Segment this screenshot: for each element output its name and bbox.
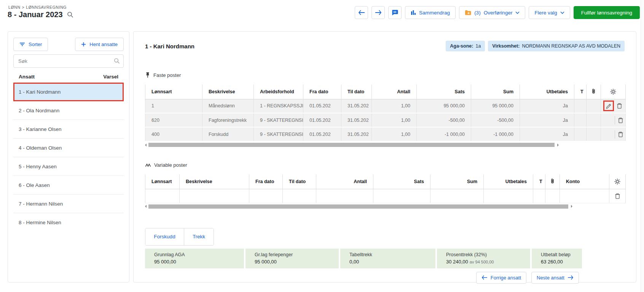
col-sum: Sum	[430, 174, 484, 189]
edit-annotation-highlight	[603, 101, 614, 111]
employee-item-selected[interactable]: 1 - Kari Nordmann	[13, 83, 124, 101]
column-settings-gear-icon[interactable]	[609, 88, 617, 96]
period-search-icon[interactable]	[67, 11, 73, 18]
scroll-right-arrow-icon[interactable]	[557, 144, 559, 147]
edit-pencil-icon[interactable]	[605, 102, 612, 110]
scroll-left-arrow-icon[interactable]	[145, 205, 147, 208]
summary-card-prosenttrekk: Prosenttrekk (32%) 30 240,00av 94 500,00	[437, 249, 530, 268]
previous-employee-label: Forrige ansatt	[491, 275, 521, 281]
col-sats: Sats	[417, 85, 471, 99]
column-varsel: Varsel	[103, 74, 118, 80]
employee-sidebar: Sorter Hent ansatte Ansatt Varsel 1 - Ka…	[8, 31, 129, 282]
post-type-tabs: Forskudd Trekk	[145, 228, 214, 246]
col-antall: Antall	[316, 174, 373, 189]
browser-scrollbar[interactable]	[641, 0, 644, 292]
col-til-dato: Til dato	[341, 85, 372, 99]
chevron-down-icon	[515, 11, 520, 14]
delete-trash-icon[interactable]	[617, 131, 624, 138]
employee-item[interactable]: 8 - Hermine Nilsen	[13, 213, 124, 232]
comments-button[interactable]	[388, 6, 402, 19]
aga-zone-label: Aga-sone:	[450, 43, 473, 49]
employee-label: 4 - Oldeman Olsen	[19, 145, 62, 151]
employee-label: 7 - Hermann Nilsen	[19, 201, 63, 207]
col-sats: Sats	[373, 174, 430, 189]
prosenttrekk-basis: av 94 500,00	[470, 260, 494, 264]
sort-button-label: Sorter	[29, 41, 42, 47]
variable-post-empty-row	[145, 189, 626, 203]
summary-card-utbetalt: Utbetalt beløp 63 260,00	[532, 249, 582, 268]
company-value: NORDMANN REGNSKAP AS AVD MODALEN	[522, 43, 620, 49]
more-options-button[interactable]: Flere valg	[529, 6, 570, 19]
next-employee-button[interactable]: Neste ansatt	[531, 272, 579, 284]
col-antall: Antall	[372, 85, 417, 99]
previous-employee-button[interactable]: Forrige ansatt	[476, 272, 526, 284]
column-settings-gear-icon[interactable]	[614, 178, 621, 185]
fetch-employees-label: Hent ansatte	[89, 41, 118, 47]
employee-item[interactable]: 2 - Ola Nordmann	[13, 101, 124, 120]
col-konto: Konto	[560, 174, 609, 189]
complete-payroll-button[interactable]: Fullfør lønnsavregning	[574, 6, 640, 19]
payroll-detail-panel: 1 - Kari Nordmann Aga-sone: 1a Virksomhe…	[133, 31, 636, 282]
variable-posts-scrollbar[interactable]	[145, 204, 572, 209]
delete-trash-icon[interactable]	[616, 102, 623, 110]
tab-forskudd[interactable]: Forskudd	[145, 228, 184, 245]
employee-label: 6 - Ole Aasen	[19, 182, 50, 188]
chat-icon	[392, 10, 398, 16]
col-utbetales: Utbetales	[484, 174, 533, 189]
breadcrumb-lonn[interactable]: LØNN	[8, 5, 21, 10]
aga-zone-value: 1a	[475, 43, 481, 49]
delete-trash-icon[interactable]	[614, 192, 621, 200]
variable-posts-section-title: Variable poster	[145, 162, 625, 168]
scrollbar-thumb[interactable]	[148, 143, 555, 147]
double-chevron-up-icon	[145, 163, 151, 167]
breadcrumb: LØNN>LØNNSAVREGNING	[8, 5, 67, 10]
sort-button[interactable]: Sorter	[13, 38, 48, 51]
summary-card-feriepenger: Gr.lag feriepenger 95 000,00	[245, 249, 339, 268]
breadcrumb-lonnsavregning[interactable]: LØNNSAVREGNING	[26, 5, 67, 10]
tab-trekk[interactable]: Trekk	[184, 228, 214, 245]
fixed-posts-table: Lønnsart Beskrivelse Arbeidsforhold Fra …	[145, 85, 626, 142]
column-ansatt: Ansatt	[19, 74, 35, 80]
summary-card-grunnlag-aga: Grunnlag AGA 95 000,00	[145, 249, 244, 268]
fixed-posts-scrollbar[interactable]	[145, 142, 559, 147]
col-lonnsart: Lønnsart	[145, 174, 180, 189]
arrow-right-icon	[375, 10, 382, 15]
paperclip-icon	[550, 178, 555, 184]
fixed-post-row: 1 Månedslønn 1 - REGNSKAPSSJI 01.05.202 …	[145, 99, 626, 113]
delete-trash-icon[interactable]	[617, 116, 624, 124]
employee-label: 1 - Kari Nordmann	[19, 89, 61, 95]
variable-posts-table: Lønnsart Beskrivelse Fra dato Til dato A…	[145, 174, 626, 203]
fixed-posts-section-title: Faste poster	[145, 72, 625, 78]
variable-posts-header-row: Lønnsart Beskrivelse Fra dato Til dato A…	[145, 174, 626, 189]
employee-item[interactable]: 3 - Karianne Olsen	[13, 120, 124, 139]
col-beskrivelse: Beskrivelse	[202, 85, 254, 99]
employee-list: 1 - Kari Nordmann 2 - Ola Nordmann 3 - K…	[13, 83, 124, 232]
transfers-button-label: Overføringer	[484, 10, 513, 16]
employee-item[interactable]: 7 - Hermann Nilsen	[13, 195, 124, 213]
scrollbar-thumb[interactable]	[148, 204, 568, 209]
employee-item[interactable]: 4 - Oldeman Olsen	[13, 139, 124, 157]
scroll-right-arrow-icon[interactable]	[571, 205, 572, 208]
fixed-posts-header-row: Lønnsart Beskrivelse Arbeidsforhold Fra …	[145, 85, 626, 99]
next-period-button[interactable]	[371, 6, 385, 19]
fixed-post-row: 400 Forskudd 9 - SKATTEREGNSI 01.05.202 …	[145, 127, 626, 141]
variable-posts-title: Variable poster	[154, 162, 187, 168]
summary-row: Grunnlag AGA 95 000,00 Gr.lag feriepenge…	[145, 249, 625, 268]
employee-nav: Forrige ansatt Neste ansatt	[145, 272, 625, 284]
col-beskrivelse: Beskrivelse	[180, 174, 249, 189]
chevron-down-icon	[560, 11, 564, 14]
company-label: Virksomhet:	[492, 43, 520, 49]
col-utbetales: Utbetales	[520, 85, 574, 99]
transfers-button[interactable]: (3) Overføringer	[459, 6, 525, 19]
breadcrumb-separator: >	[22, 5, 25, 10]
employee-search-input[interactable]	[13, 54, 124, 68]
scroll-left-arrow-icon[interactable]	[145, 144, 147, 147]
previous-period-button[interactable]	[355, 6, 368, 19]
complete-payroll-label: Fullfør lønnsavregning	[581, 10, 632, 16]
summary-button[interactable]: Sammendrag	[405, 6, 456, 19]
filter-sort-icon	[19, 42, 25, 46]
employee-item[interactable]: 6 - Ole Aasen	[13, 176, 124, 195]
employee-item[interactable]: 5 - Henny Aasen	[13, 157, 124, 176]
col-t: T	[533, 174, 545, 189]
fetch-employees-button[interactable]: Hent ansatte	[75, 38, 124, 51]
